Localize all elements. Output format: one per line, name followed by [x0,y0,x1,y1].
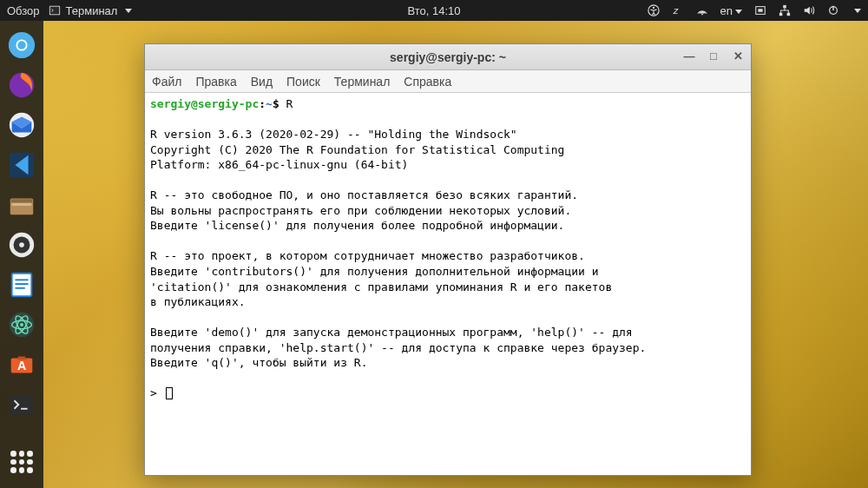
menu-file[interactable]: Файл [152,75,181,89]
svg-rect-7 [758,9,762,12]
terminal-icon [49,4,61,16]
window-title: sergiy@sergiy-pc: ~ [390,50,506,64]
menu-search[interactable]: Поиск [286,75,320,89]
app-menu[interactable]: Терминал [49,4,133,17]
network-icon[interactable] [696,4,708,16]
terminal-window: sergiy@sergiy-pc: ~ ― □ ✕ Файл Правка Ви… [144,43,752,476]
z-indicator-icon[interactable]: z [672,4,684,16]
svg-point-3 [652,7,654,9]
svg-point-15 [17,41,25,49]
wired-network-icon[interactable] [779,4,791,16]
chevron-down-icon [735,10,742,14]
power-icon[interactable] [827,4,839,16]
menu-view[interactable]: Вид [251,75,273,89]
top-bar: Обзор Терминал Вто, 14:10 z en [0,0,868,21]
svg-rect-20 [11,199,33,202]
tray-icon[interactable] [754,4,766,16]
dock-writer[interactable] [4,267,39,302]
menu-help[interactable]: Справка [404,75,451,89]
svg-rect-21 [12,203,32,206]
show-applications-button[interactable] [4,445,39,479]
window-titlebar[interactable]: sergiy@sergiy-pc: ~ ― □ ✕ [145,44,751,70]
svg-point-24 [19,242,24,247]
svg-point-34 [20,323,23,326]
svg-rect-9 [779,13,783,16]
close-button[interactable]: ✕ [730,48,746,63]
dock-terminal[interactable] [4,387,39,422]
dock-software[interactable]: A [4,347,39,382]
dock-atom[interactable] [4,307,39,342]
cursor [166,387,173,399]
menu-bar: Файл Правка Вид Поиск Терминал Справка [145,70,751,93]
dock-firefox[interactable] [4,68,39,102]
dock-chromium[interactable] [4,28,39,63]
clock[interactable]: Вто, 14:10 [407,4,460,17]
keyboard-layout[interactable]: en [720,4,742,17]
maximize-button[interactable]: □ [706,48,721,63]
svg-point-5 [701,14,703,16]
app-menu-label: Терминал [66,4,118,17]
prompt-user: sergiy@sergiy-pc [150,97,259,110]
chevron-down-icon [125,9,132,13]
dock-thunderbird[interactable] [4,108,39,142]
minimize-button[interactable]: ― [681,48,697,63]
apps-grid-icon [10,451,33,473]
svg-rect-10 [787,13,791,16]
activities-button[interactable]: Обзор [7,4,40,17]
svg-rect-8 [783,5,786,9]
dock-vscode[interactable] [4,148,39,182]
dock-rhythmbox[interactable] [4,228,39,262]
svg-rect-1 [49,7,59,15]
svg-text:z: z [672,5,678,16]
chevron-down-icon [854,9,861,13]
prompt-path: ~ [266,97,273,110]
command: R [286,97,293,110]
terminal-content[interactable]: sergiy@sergiy-pc:~$ R R version 3.6.3 (2… [145,93,751,475]
terminal-output: R version 3.6.3 (2020-02-29) -- "Holding… [150,128,646,369]
dock: A [0,21,43,488]
menu-edit[interactable]: Правка [195,75,236,89]
svg-text:A: A [17,359,26,373]
dock-files[interactable] [4,188,39,222]
volume-icon[interactable] [803,4,815,16]
svg-rect-37 [10,395,33,415]
r-prompt: > [150,386,157,399]
menu-terminal[interactable]: Терминал [334,75,390,89]
accessibility-icon[interactable] [648,4,660,16]
